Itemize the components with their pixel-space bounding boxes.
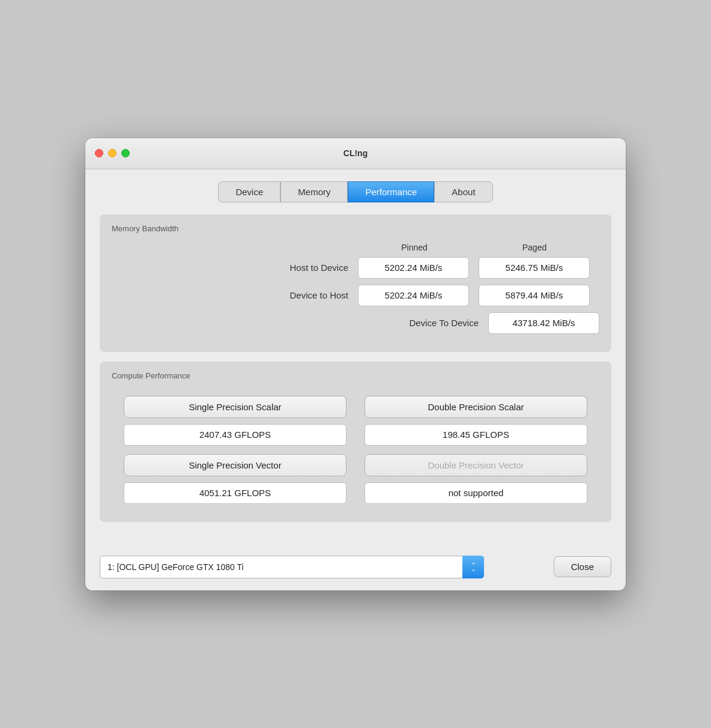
bandwidth-row-device-to-host: Device to Host 5202.24 MiB/s 5879.44 MiB…: [112, 285, 599, 306]
minimize-traffic-light[interactable]: [108, 149, 116, 157]
bandwidth-header: Pinned Paged: [112, 243, 599, 252]
bandwidth-table: Pinned Paged Host to Device 5202.24 MiB/…: [112, 243, 599, 334]
footer: 1: [OCL GPU] GeForce GTX 1080 Ti Close: [85, 546, 626, 590]
titlebar: CL!ng: [85, 138, 626, 169]
tab-memory[interactable]: Memory: [280, 181, 348, 202]
single-precision-vector-cell: Single Precision Vector 4051.21 GFLOPS: [124, 454, 346, 504]
device-to-device-pinned: 43718.42 MiB/s: [488, 312, 599, 334]
host-to-device-pinned: 5202.24 MiB/s: [358, 257, 469, 279]
device-to-device-label: Device To Device: [112, 318, 488, 328]
double-precision-vector-button[interactable]: Double Precision Vector: [365, 454, 587, 476]
compute-performance-title: Compute Performance: [112, 371, 599, 380]
tab-device[interactable]: Device: [218, 181, 280, 202]
single-precision-scalar-cell: Single Precision Scalar 2407.43 GFLOPS: [124, 396, 346, 446]
maximize-traffic-light[interactable]: [121, 149, 130, 157]
double-precision-vector-cell: Double Precision Vector not supported: [365, 454, 587, 504]
device-to-host-paged: 5879.44 MiB/s: [479, 285, 590, 306]
memory-bandwidth-section: Memory Bandwidth Pinned Paged Host to De…: [100, 214, 611, 352]
device-select[interactable]: 1: [OCL GPU] GeForce GTX 1080 Ti: [100, 556, 484, 578]
tab-about[interactable]: About: [434, 181, 492, 202]
compute-performance-section: Compute Performance Single Precision Sca…: [100, 362, 611, 522]
single-precision-scalar-button[interactable]: Single Precision Scalar: [124, 396, 346, 418]
single-precision-vector-value: 4051.21 GFLOPS: [124, 482, 346, 504]
single-precision-vector-button[interactable]: Single Precision Vector: [124, 454, 346, 476]
tab-bar: Device Memory Performance About: [100, 181, 611, 202]
tab-performance[interactable]: Performance: [348, 181, 434, 202]
bandwidth-row-host-to-device: Host to Device 5202.24 MiB/s 5246.75 MiB…: [112, 257, 599, 279]
double-precision-scalar-cell: Double Precision Scalar 198.45 GFLOPS: [365, 396, 587, 446]
device-select-wrapper: 1: [OCL GPU] GeForce GTX 1080 Ti: [100, 556, 484, 578]
close-traffic-light[interactable]: [95, 149, 103, 157]
double-precision-vector-value: not supported: [365, 482, 587, 504]
content-area: Device Memory Performance About Memory B…: [85, 169, 626, 546]
bandwidth-row-device-to-device: Device To Device 43718.42 MiB/s: [112, 312, 599, 334]
host-to-device-label: Host to Device: [112, 262, 358, 273]
compute-grid: Single Precision Scalar 2407.43 GFLOPS D…: [112, 390, 599, 510]
double-precision-scalar-value: 198.45 GFLOPS: [365, 424, 587, 446]
main-window: CL!ng Device Memory Performance About Me…: [85, 138, 626, 590]
memory-bandwidth-title: Memory Bandwidth: [112, 224, 599, 233]
double-precision-scalar-button[interactable]: Double Precision Scalar: [365, 396, 587, 418]
traffic-lights: [95, 149, 130, 157]
col-pinned-header: Pinned: [354, 243, 474, 252]
device-to-host-label: Device to Host: [112, 290, 358, 300]
device-to-host-pinned: 5202.24 MiB/s: [358, 285, 469, 306]
host-to-device-paged: 5246.75 MiB/s: [479, 257, 590, 279]
single-precision-scalar-value: 2407.43 GFLOPS: [124, 424, 346, 446]
col-paged-header: Paged: [474, 243, 595, 252]
close-button[interactable]: Close: [554, 556, 611, 577]
window-title: CL!ng: [343, 148, 368, 158]
